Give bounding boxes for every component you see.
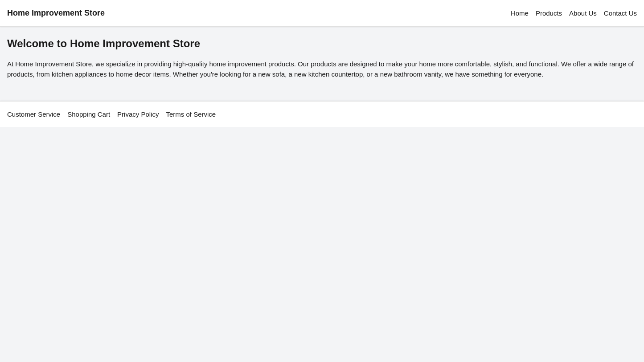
footer-nav-item-shopping-cart[interactable]: Shopping Cart xyxy=(67,110,110,118)
site-logo[interactable]: Home Improvement Store xyxy=(7,8,105,18)
footer-nav-item-customer-service[interactable]: Customer Service xyxy=(7,110,60,118)
header-nav-item-contact-us[interactable]: Contact Us xyxy=(604,9,637,17)
site-header: Home Improvement Store HomeProductsAbout… xyxy=(0,0,644,27)
header-nav-item-about-us[interactable]: About Us xyxy=(569,9,597,17)
header-nav: HomeProductsAbout UsContact Us xyxy=(511,9,637,17)
site-footer: Customer ServiceShopping CartPrivacy Pol… xyxy=(0,101,644,127)
footer-nav-item-terms-of-service[interactable]: Terms of Service xyxy=(166,110,216,118)
footer-nav-item-privacy-policy[interactable]: Privacy Policy xyxy=(117,110,159,118)
header-nav-item-products[interactable]: Products xyxy=(536,9,562,17)
footer-nav: Customer ServiceShopping CartPrivacy Pol… xyxy=(7,110,637,118)
page-body: At Home Improvement Store, we specialize… xyxy=(7,59,637,80)
main-content: Welcome to Home Improvement Store At Hom… xyxy=(0,27,644,101)
page-title: Welcome to Home Improvement Store xyxy=(7,37,637,50)
header-nav-item-home[interactable]: Home xyxy=(511,9,529,17)
